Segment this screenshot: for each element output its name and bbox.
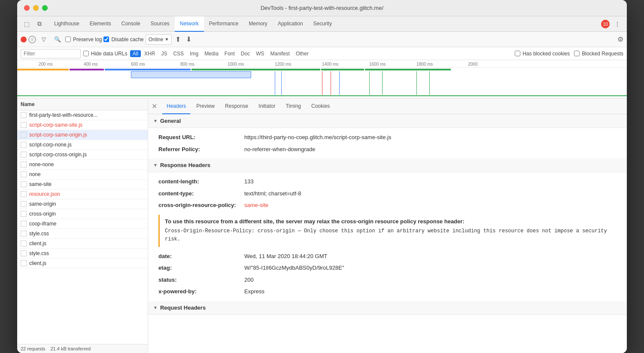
download-icon[interactable]: ⬇ xyxy=(184,35,193,43)
tab-sources[interactable]: Sources xyxy=(146,16,175,32)
item-name: cross-origin xyxy=(29,211,144,217)
triangle-icon: ▼ xyxy=(153,119,158,123)
date-row: date: Wed, 11 Mar 2020 18:44:20 GMT xyxy=(158,250,617,262)
status-row: status: 200 xyxy=(158,274,617,286)
search-icon[interactable]: 🔍 xyxy=(52,33,64,46)
filter-type-doc[interactable]: Doc xyxy=(238,50,252,57)
top-tabs-right: 10 ⋮ xyxy=(601,18,623,30)
blocked-requests-label[interactable]: Blocked Requests xyxy=(574,51,623,57)
filter-type-img[interactable]: Img xyxy=(187,50,201,57)
list-item[interactable]: script-corp-none.js xyxy=(17,140,148,150)
item-icon xyxy=(21,142,27,148)
error-count-badge: 10 xyxy=(601,20,610,28)
tab-security[interactable]: Security xyxy=(308,16,337,32)
general-section-header[interactable]: ▼ General xyxy=(148,114,627,128)
list-item[interactable]: none xyxy=(17,170,148,180)
maximize-button[interactable] xyxy=(42,5,48,11)
blocked-requests-checkbox[interactable] xyxy=(574,51,580,56)
timeline-label-1600ms: 1600 ms xyxy=(369,62,386,67)
tab-lighthouse[interactable]: Lighthouse xyxy=(49,16,85,32)
minimize-button[interactable] xyxy=(33,5,39,11)
list-item[interactable]: same-site xyxy=(17,180,148,189)
item-name: script-corp-cross-origin.js xyxy=(29,152,144,158)
filter-type-js[interactable]: JS xyxy=(158,50,170,57)
network-throttle-dropdown[interactable]: Online ▼ xyxy=(146,34,172,45)
preserve-log-label[interactable]: Preserve log xyxy=(65,37,102,43)
has-blocked-cookies-label[interactable]: Has blocked cookies xyxy=(515,51,570,57)
filter-icon[interactable]: ▽ xyxy=(38,33,50,46)
filter-type-css[interactable]: CSS xyxy=(170,50,186,57)
timeline-label-1200ms: 1200 ms xyxy=(275,62,291,67)
close-button[interactable] xyxy=(24,5,30,11)
details-tab-cookies[interactable]: Cookies xyxy=(307,99,334,114)
filter-input[interactable] xyxy=(21,49,81,58)
item-icon xyxy=(21,211,27,217)
list-item[interactable]: same-origin xyxy=(17,199,148,209)
tab-console[interactable]: Console xyxy=(116,16,146,32)
more-options-icon[interactable]: ⋮ xyxy=(611,18,623,30)
status-bar: 22 requests 21.4 kB transferred xyxy=(17,344,148,353)
item-name: none xyxy=(29,171,144,177)
filter-type-other[interactable]: Other xyxy=(293,50,311,57)
item-name: style.css xyxy=(29,250,144,256)
list-item[interactable]: script-corp-same-site.js xyxy=(17,120,148,130)
list-item[interactable]: none-none xyxy=(17,160,148,170)
details-close-icon[interactable]: ✕ xyxy=(152,102,157,110)
list-item[interactable]: style.css xyxy=(17,229,148,239)
request-headers-section-header[interactable]: ▼ Request Headers xyxy=(148,301,627,315)
response-headers-section-body: content-length: 133 content-type: text/h… xyxy=(148,172,627,301)
details-tab-timing[interactable]: Timing xyxy=(281,99,305,114)
timeline-labels: 200 ms 400 ms 600 ms 800 ms 1000 ms 1200… xyxy=(17,60,627,68)
list-item[interactable]: first-party-test-with-resource... xyxy=(17,110,148,120)
disable-cache-checkbox[interactable] xyxy=(103,37,109,42)
filter-bar: Hide data URLs All XHR JS CSS Img Media … xyxy=(17,47,627,60)
tab-performance[interactable]: Performance xyxy=(204,16,244,32)
response-headers-section-header[interactable]: ▼ Response Headers xyxy=(148,158,627,172)
filter-type-all[interactable]: All xyxy=(130,50,141,57)
list-item[interactable]: resource.json xyxy=(17,189,148,199)
filter-type-xhr[interactable]: XHR xyxy=(142,50,158,57)
details-tab-initiator[interactable]: Initiator xyxy=(254,99,279,114)
clear-button[interactable]: ⊘ xyxy=(28,36,36,43)
has-blocked-cookies-checkbox[interactable] xyxy=(515,51,520,56)
tab-network[interactable]: Network xyxy=(175,16,204,32)
details-tabs: ✕ Headers Preview Response Initiator Tim… xyxy=(148,99,627,114)
details-tab-response[interactable]: Response xyxy=(221,99,252,114)
item-name: client.js xyxy=(29,240,144,246)
request-list: Name first-party-test-with-resource... s… xyxy=(17,99,148,353)
timeline-label-600ms: 600 ms xyxy=(131,62,145,67)
filter-type-manifest[interactable]: Manifest xyxy=(268,50,292,57)
list-item[interactable]: client.js xyxy=(17,239,148,249)
settings-icon[interactable]: ⚙ xyxy=(617,35,623,43)
list-item[interactable]: client.js xyxy=(17,259,148,268)
request-list-header: Name xyxy=(17,99,148,110)
device-icon[interactable]: ⧉ xyxy=(33,18,46,30)
corp-row: cross-origin-resource-policy: same-site xyxy=(158,199,617,211)
list-item[interactable]: script-corp-same-origin.js xyxy=(17,130,148,140)
disable-cache-label[interactable]: Disable cache xyxy=(103,37,143,43)
list-item[interactable]: script-corp-cross-origin.js xyxy=(17,150,148,160)
list-item[interactable]: cross-origin xyxy=(17,209,148,219)
filter-type-media[interactable]: Media xyxy=(202,50,221,57)
list-item[interactable]: style.css xyxy=(17,249,148,259)
details-panel: ✕ Headers Preview Response Initiator Tim… xyxy=(148,99,627,353)
list-item[interactable]: coop-iframe xyxy=(17,219,148,229)
headers-content: ▼ General Request URL: https://third-par… xyxy=(148,114,627,315)
record-button[interactable] xyxy=(21,37,27,43)
inspect-icon[interactable]: ⬚ xyxy=(21,18,33,30)
details-tab-preview[interactable]: Preview xyxy=(192,99,219,114)
filter-type-ws[interactable]: WS xyxy=(253,50,267,57)
hide-data-urls-checkbox[interactable] xyxy=(83,51,89,56)
tab-memory[interactable]: Memory xyxy=(244,16,273,32)
hide-data-urls-label[interactable]: Hide data URLs xyxy=(83,51,128,57)
referrer-policy-row: Referrer Policy: no-referrer-when-downgr… xyxy=(158,143,617,155)
item-icon xyxy=(21,132,27,138)
filter-type-font[interactable]: Font xyxy=(222,50,237,57)
item-icon xyxy=(21,181,27,187)
tab-elements[interactable]: Elements xyxy=(85,16,116,32)
preserve-log-checkbox[interactable] xyxy=(65,37,71,42)
upload-icon[interactable]: ⬆ xyxy=(173,35,182,43)
traffic-lights xyxy=(24,5,48,11)
tab-application[interactable]: Application xyxy=(273,16,308,32)
details-tab-headers[interactable]: Headers xyxy=(162,99,190,114)
